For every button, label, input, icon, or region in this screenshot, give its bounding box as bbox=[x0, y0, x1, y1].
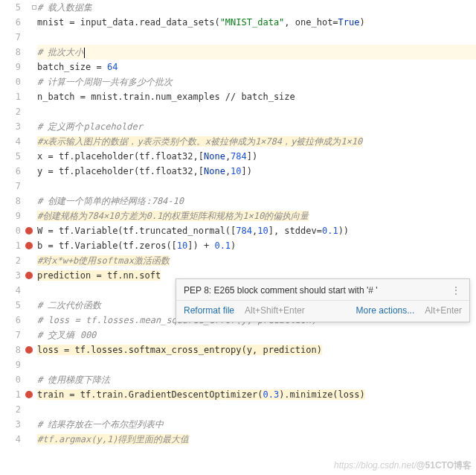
gutter-marker[interactable] bbox=[24, 328, 34, 342]
breakpoint-icon[interactable] bbox=[25, 227, 33, 235]
more-actions-hint: Alt+Enter bbox=[425, 305, 462, 316]
gutter-marker[interactable] bbox=[24, 372, 34, 387]
code-line[interactable] bbox=[37, 179, 476, 194]
gutter-marker[interactable] bbox=[24, 60, 34, 74]
watermark-brand: @51CTO博客 bbox=[416, 460, 472, 471]
gutter-marker[interactable] bbox=[24, 149, 34, 164]
line-number: 2 bbox=[0, 253, 21, 268]
code-line[interactable]: batch_size = 64 bbox=[37, 60, 476, 74]
code-line[interactable]: train = tf.train.GradientDescentOptimize… bbox=[37, 387, 476, 402]
line-number: 5 bbox=[0, 0, 21, 15]
code-line[interactable]: loss = tf.losses.softmax_cross_entropy(y… bbox=[37, 342, 476, 357]
code-line[interactable]: # 批次大小 bbox=[37, 45, 476, 60]
gutter-marker[interactable] bbox=[24, 432, 34, 447]
code-line[interactable]: W = tf.Variable(tf.truncated_normal([784… bbox=[37, 223, 476, 238]
gutter-marker[interactable] bbox=[24, 313, 34, 328]
more-icon[interactable]: ⋮ bbox=[450, 285, 462, 296]
code-line[interactable]: # 交叉熵 000 bbox=[37, 328, 476, 342]
gutter-marker[interactable] bbox=[24, 15, 34, 30]
line-number: 8 bbox=[0, 194, 21, 208]
code-line[interactable]: # 创建一个简单的神经网络:784-10 bbox=[37, 194, 476, 208]
code-line[interactable]: #tf.argmax(y,1)得到里面的最大值 bbox=[37, 432, 476, 447]
fold-icon[interactable] bbox=[32, 5, 36, 10]
code-line[interactable]: b = tf.Variable(tf.zeros([10]) + 0.1) bbox=[37, 238, 476, 253]
line-number: 1 bbox=[0, 387, 21, 402]
line-number: 1 bbox=[0, 238, 21, 253]
gutter-marker[interactable] bbox=[24, 45, 34, 60]
gutter-marker[interactable] bbox=[24, 119, 34, 134]
line-number: 3 bbox=[0, 119, 21, 134]
gutter-marker[interactable] bbox=[24, 208, 34, 223]
gutter-marker[interactable] bbox=[24, 74, 34, 89]
breakpoint-icon[interactable] bbox=[25, 242, 33, 249]
code-line[interactable]: # 使用梯度下降法 bbox=[37, 372, 476, 387]
reformat-file-hint: Alt+Shift+Enter bbox=[245, 305, 305, 316]
line-number: 7 bbox=[0, 30, 21, 45]
code-line[interactable]: # 结果存放在一个布尔型列表中 bbox=[37, 417, 476, 432]
gutter-marker[interactable] bbox=[24, 402, 34, 417]
line-number: 1 bbox=[0, 89, 21, 104]
code-line[interactable]: #对x*w+b使用softmax激活函数 bbox=[37, 253, 476, 268]
code-line[interactable]: y = tf.placeholder(tf.float32,[None,10]) bbox=[37, 164, 476, 179]
line-number: 4 bbox=[0, 432, 21, 447]
line-number: 5 bbox=[0, 149, 21, 164]
gutter-marker[interactable] bbox=[24, 238, 34, 253]
line-number: 3 bbox=[0, 417, 21, 432]
code-line[interactable]: # 计算一个周期一共有多少个批次 bbox=[37, 74, 476, 89]
gutter-marker[interactable] bbox=[24, 357, 34, 372]
gutter-marker[interactable] bbox=[24, 194, 34, 208]
code-line[interactable]: # 定义两个placeholder bbox=[37, 119, 476, 134]
line-number: 9 bbox=[0, 208, 21, 223]
gutter-marker[interactable] bbox=[24, 298, 34, 313]
gutter-marker[interactable] bbox=[24, 104, 34, 119]
breakpoint-icon[interactable] bbox=[25, 272, 33, 279]
gutter-marker[interactable] bbox=[24, 417, 34, 432]
gutter-marker[interactable] bbox=[24, 268, 34, 283]
code-line[interactable]: n_batch = mnist.train.num_examples // ba… bbox=[37, 89, 476, 104]
code-line[interactable]: mnist = input_data.read_data_sets("MNIST… bbox=[37, 15, 476, 30]
line-number: 6 bbox=[0, 164, 21, 179]
line-number: 6 bbox=[0, 313, 21, 328]
line-number: 6 bbox=[0, 15, 21, 30]
line-number: 9 bbox=[0, 357, 21, 372]
line-number: 8 bbox=[0, 342, 21, 357]
line-number: 2 bbox=[0, 104, 21, 119]
watermark: https://blog.csdn.net/@51CTO博客 bbox=[334, 459, 472, 472]
code-line[interactable] bbox=[37, 402, 476, 417]
line-number: 9 bbox=[0, 60, 21, 74]
breakpoint-icon[interactable] bbox=[25, 391, 33, 398]
code-line[interactable]: x = tf.placeholder(tf.float32,[None,784]… bbox=[37, 149, 476, 164]
line-number: 0 bbox=[0, 74, 21, 89]
gutter-marker[interactable] bbox=[24, 283, 34, 298]
more-actions-action[interactable]: More actions... bbox=[356, 305, 415, 316]
gutter-marker[interactable] bbox=[24, 223, 34, 238]
gutter-marker[interactable] bbox=[24, 134, 34, 149]
inspection-tooltip: PEP 8: E265 block comment should start w… bbox=[176, 278, 470, 322]
gutter-marker[interactable] bbox=[24, 342, 34, 357]
code-line[interactable] bbox=[37, 104, 476, 119]
line-number: 8 bbox=[0, 45, 21, 60]
gutter-marker[interactable] bbox=[24, 179, 34, 194]
code-line[interactable] bbox=[37, 30, 476, 45]
line-number: 4 bbox=[0, 134, 21, 149]
line-number: 5 bbox=[0, 298, 21, 313]
gutter-marker[interactable] bbox=[24, 387, 34, 402]
line-number: 7 bbox=[0, 328, 21, 342]
line-number: 7 bbox=[0, 179, 21, 194]
line-number: 0 bbox=[0, 223, 21, 238]
reformat-file-action[interactable]: Reformat file bbox=[184, 305, 234, 316]
inspection-message: PEP 8: E265 block comment should start w… bbox=[184, 285, 378, 296]
gutter-marker[interactable] bbox=[24, 253, 34, 268]
line-number: 0 bbox=[0, 372, 21, 387]
code-line[interactable]: #创建规格为784×10方差为0.1的权重矩阵和规格为1×10的偏执向量 bbox=[37, 208, 476, 223]
code-line[interactable]: #x表示输入图片的数据，y表示类别个数。x被拉伸成为1×784，y被拉伸成为1×… bbox=[37, 134, 476, 149]
gutter-marker[interactable] bbox=[24, 164, 34, 179]
breakpoint-icon[interactable] bbox=[25, 346, 33, 354]
line-number: 3 bbox=[0, 268, 21, 283]
line-number: 2 bbox=[0, 402, 21, 417]
gutter-marker[interactable] bbox=[24, 89, 34, 104]
gutter-marker[interactable] bbox=[24, 30, 34, 45]
code-line[interactable] bbox=[37, 357, 476, 372]
watermark-url: https://blog.csdn.net/ bbox=[334, 460, 416, 471]
code-line[interactable]: # 载入数据集 bbox=[37, 0, 476, 15]
